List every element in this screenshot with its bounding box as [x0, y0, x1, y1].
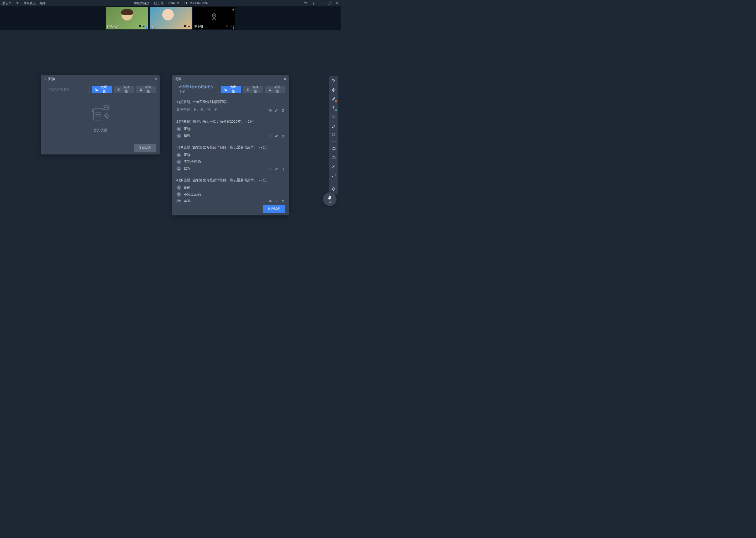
- toolbox-tool-icon[interactable]: [331, 155, 336, 160]
- tile-close-icon[interactable]: ×: [189, 8, 191, 12]
- mic-icon: [229, 25, 233, 28]
- quiz-create-panel: 测验 × 判断题 选择题 简答题 暂无: [41, 75, 160, 154]
- add-choice-button[interactable]: 选择题: [114, 86, 134, 93]
- question-list[interactable]: 1 [简答题] 一年四季分别是哪四季? 参考答案：春、夏、秋、冬 2 [判断题]…: [172, 96, 289, 202]
- edit-icon[interactable]: [275, 134, 278, 139]
- save-quiz-button[interactable]: 保存试卷: [263, 205, 285, 213]
- edit-icon[interactable]: [275, 108, 278, 113]
- panel-header: 测验 ×: [41, 75, 160, 83]
- quiz-name-input[interactable]: [45, 86, 90, 93]
- svg-point-28: [106, 107, 106, 108]
- option-key: B: [176, 159, 181, 164]
- save-quiz-button[interactable]: 保存试卷: [134, 144, 156, 152]
- question-index: 2: [176, 120, 178, 124]
- student-video-tile[interactable]: × Nina: [150, 7, 192, 29]
- session-id: ID：2020070324: [184, 1, 208, 6]
- pointer-tool-icon[interactable]: [331, 78, 336, 83]
- option-key: C: [176, 199, 181, 202]
- option-key: A: [176, 185, 181, 190]
- svg-point-17: [118, 88, 120, 91]
- move-icon[interactable]: [268, 200, 272, 202]
- svg-point-37: [333, 134, 334, 135]
- option-text: 错误: [184, 166, 191, 171]
- question-actions: [268, 134, 285, 139]
- option-key: B: [176, 134, 181, 138]
- delete-icon[interactable]: [281, 167, 285, 172]
- svg-rect-21: [94, 108, 103, 120]
- edit-icon[interactable]: [275, 200, 278, 202]
- question-index: 3: [176, 145, 178, 149]
- participant-name: Nina: [151, 26, 157, 28]
- chat-tool-icon[interactable]: [331, 173, 336, 178]
- delete-icon[interactable]: [281, 108, 285, 113]
- back-chevron-icon[interactable]: [44, 77, 47, 81]
- question-text: 一年四季分别是哪四季?: [192, 100, 228, 104]
- option-row[interactable]: A是的: [176, 185, 285, 190]
- settings-icon[interactable]: [311, 1, 315, 5]
- participant-name: 王小明: [194, 25, 203, 28]
- fullscreen-icon[interactable]: [327, 1, 331, 5]
- minimize-icon[interactable]: [319, 1, 323, 5]
- question-tag: [多选题]: [179, 178, 191, 182]
- student-video-tile[interactable]: × 王小明: [193, 7, 235, 29]
- question-text: 施华洛世奇是反华品牌，所以梁鼎琪反华。（2分）: [192, 145, 269, 149]
- raise-hand-fab[interactable]: 0/2: [323, 192, 337, 206]
- participant-video-strip: 叮当老师 × Nina × 王小明: [0, 6, 341, 30]
- quiz-name-display[interactable]: 产品说试卷名称最多十六个字: [176, 86, 219, 93]
- panel-close-icon[interactable]: ×: [155, 77, 157, 81]
- add-short-answer-button[interactable]: 简答题: [136, 86, 156, 93]
- option-row[interactable]: B不完全正确: [176, 192, 285, 197]
- panel-footer: 保存试卷: [172, 202, 289, 215]
- svg-point-12: [214, 15, 215, 16]
- quiz-edit-panel: 测验 × 产品说试卷名称最多十六个字 判断题 选择题 简答题 1 [简答题] 一…: [172, 75, 289, 215]
- camera-off-icon: [209, 12, 219, 23]
- user-tool-icon[interactable]: [331, 164, 336, 169]
- edit-icon[interactable]: [275, 167, 278, 172]
- option-key: C: [176, 166, 181, 171]
- signal-icon: [183, 25, 187, 28]
- add-choice-button[interactable]: 选择题: [243, 86, 263, 93]
- delete-icon[interactable]: [281, 134, 285, 139]
- delete-icon[interactable]: [281, 200, 285, 202]
- title-bar: 丢包率：0% 网络状态：良好 神秘大自然 已上课：02:34:09 ID：202…: [0, 0, 341, 6]
- hand-icon: [327, 195, 332, 200]
- panel-toolbar: 产品说试卷名称最多十六个字 判断题 选择题 简答题: [172, 83, 289, 96]
- close-icon[interactable]: [335, 1, 339, 5]
- eraser-tool-icon[interactable]: [331, 123, 336, 128]
- option-text: 正确: [184, 127, 191, 131]
- question-index: 1: [176, 100, 178, 104]
- move-icon[interactable]: [268, 134, 272, 139]
- question-actions: [268, 167, 285, 172]
- teacher-video-tile[interactable]: 叮当老师: [106, 7, 148, 29]
- move-icon[interactable]: [268, 167, 272, 172]
- whiteboard-toolbar: [329, 76, 338, 194]
- option-row[interactable]: A正确: [176, 127, 285, 131]
- option-row[interactable]: A正确: [176, 153, 285, 157]
- add-judge-button[interactable]: 判断题: [92, 86, 112, 93]
- panel-title: 测验: [48, 77, 55, 81]
- folder-tool-icon[interactable]: [331, 146, 336, 151]
- move-tool-icon[interactable]: [331, 87, 336, 92]
- camera-toggle-icon[interactable]: [304, 1, 307, 5]
- add-judge-button[interactable]: 判断题: [221, 86, 241, 93]
- volume-bars-icon: [233, 25, 234, 28]
- add-short-answer-button[interactable]: 简答题: [265, 86, 285, 93]
- tile-close-icon[interactable]: ×: [232, 8, 234, 12]
- question-item: 1 [简答题] 一年四季分别是哪四季? 参考答案：春、夏、秋、冬: [176, 97, 285, 116]
- bell-tool-icon[interactable]: [331, 187, 336, 192]
- svg-point-6: [140, 26, 140, 27]
- pen-tool-icon[interactable]: [331, 96, 336, 101]
- text-tool-icon[interactable]: [331, 105, 336, 110]
- panel-toolbar: 判断题 选择题 简答题: [41, 83, 160, 96]
- move-icon[interactable]: [268, 108, 272, 113]
- panel-close-icon[interactable]: ×: [284, 77, 286, 81]
- question-tag: [单选题]: [179, 145, 191, 149]
- option-text: 是的: [184, 185, 191, 190]
- question-text: 施华洛世奇是反华品牌，所以梁鼎琪反华。（2分）: [192, 178, 269, 182]
- scissors-tool-icon[interactable]: [331, 114, 336, 119]
- option-row[interactable]: B不完全正确: [176, 159, 285, 164]
- svg-point-27: [104, 107, 105, 108]
- question-tag: [判断题]: [179, 120, 191, 124]
- laser-tool-icon[interactable]: [331, 132, 336, 137]
- option-key: A: [176, 127, 181, 131]
